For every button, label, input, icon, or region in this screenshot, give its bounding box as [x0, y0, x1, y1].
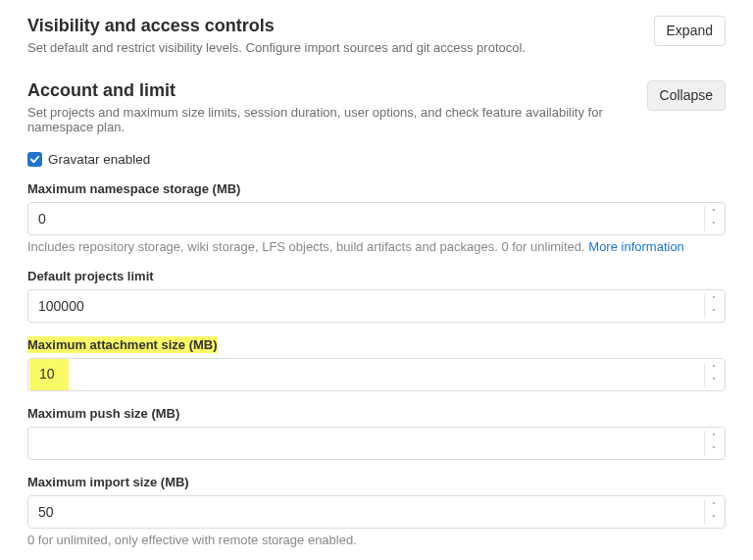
spinner: ˄ ˅: [704, 499, 722, 525]
attachment-size-input[interactable]: 10: [29, 359, 69, 390]
namespace-storage-label: Maximum namespace storage (MB): [27, 181, 240, 196]
import-size-input-wrap: ˄ ˅: [27, 495, 726, 529]
default-projects-input[interactable]: [28, 290, 704, 322]
attachment-size-group: Maximum attachment size (MB) 10 ˄ ˅: [27, 336, 726, 391]
namespace-storage-help: Includes repository storage, wiki storag…: [27, 239, 726, 254]
visibility-title: Visibility and access controls: [27, 16, 526, 36]
spinner-up-icon[interactable]: ˄: [705, 293, 722, 306]
namespace-storage-group: Maximum namespace storage (MB) ˄ ˅ Inclu…: [27, 180, 726, 254]
spinner: ˄ ˅: [704, 293, 722, 319]
attachment-size-input-wrap: 10 ˄ ˅: [27, 358, 726, 391]
import-size-input[interactable]: [28, 496, 704, 528]
import-size-label: Maximum import size (MB): [27, 475, 189, 489]
account-limit-header: Account and limit Set projects and maxim…: [27, 80, 726, 138]
check-icon: [29, 154, 40, 165]
spinner-down-icon[interactable]: ˅: [705, 512, 722, 525]
gravatar-checkbox[interactable]: [27, 152, 42, 167]
import-size-help: 0 for unlimited, only effective with rem…: [27, 533, 726, 547]
spinner: ˄ ˅: [704, 362, 722, 387]
more-information-link[interactable]: More information: [588, 239, 684, 254]
push-size-input-wrap: ˄ ˅: [27, 427, 726, 460]
account-limit-title: Account and limit: [27, 80, 647, 101]
default-projects-group: Default projects limit ˄ ˅: [27, 268, 726, 323]
visibility-description: Set default and restrict visibility leve…: [27, 40, 526, 55]
namespace-storage-input-wrap: ˄ ˅: [27, 202, 726, 235]
push-size-label: Maximum push size (MB): [27, 406, 179, 421]
spinner-up-icon[interactable]: ˄: [705, 499, 722, 512]
spinner-down-icon[interactable]: ˅: [705, 219, 722, 231]
default-projects-input-wrap: ˄ ˅: [27, 289, 726, 323]
push-size-input[interactable]: [28, 428, 704, 459]
spinner: ˄ ˅: [704, 206, 722, 231]
account-limit-description: Set projects and maximum size limits, se…: [27, 105, 647, 134]
namespace-storage-input[interactable]: [28, 203, 704, 234]
default-projects-label: Default projects limit: [27, 269, 154, 283]
collapse-button[interactable]: Collapse: [647, 80, 726, 111]
spinner-down-icon[interactable]: ˅: [705, 306, 722, 319]
gravatar-row: Gravatar enabled: [27, 152, 726, 167]
visibility-header: Visibility and access controls Set defau…: [27, 16, 726, 59]
expand-button[interactable]: Expand: [654, 16, 726, 46]
gravatar-label: Gravatar enabled: [48, 152, 150, 167]
visibility-section: Visibility and access controls Set defau…: [27, 16, 726, 71]
spinner-up-icon[interactable]: ˄: [705, 206, 722, 219]
spinner-down-icon[interactable]: ˅: [705, 375, 722, 387]
spinner-down-icon[interactable]: ˅: [705, 443, 722, 456]
spinner-up-icon[interactable]: ˄: [705, 431, 722, 443]
attachment-size-label: Maximum attachment size (MB): [27, 337, 218, 352]
push-size-group: Maximum push size (MB) ˄ ˅: [27, 405, 726, 460]
spinner: ˄ ˅: [704, 431, 722, 456]
account-limit-section: Account and limit Set projects and maxim…: [27, 80, 726, 560]
spinner-up-icon[interactable]: ˄: [705, 362, 722, 375]
account-limit-form: Gravatar enabled Maximum namespace stora…: [27, 152, 726, 560]
import-size-group: Maximum import size (MB) ˄ ˅ 0 for unlim…: [27, 474, 726, 547]
